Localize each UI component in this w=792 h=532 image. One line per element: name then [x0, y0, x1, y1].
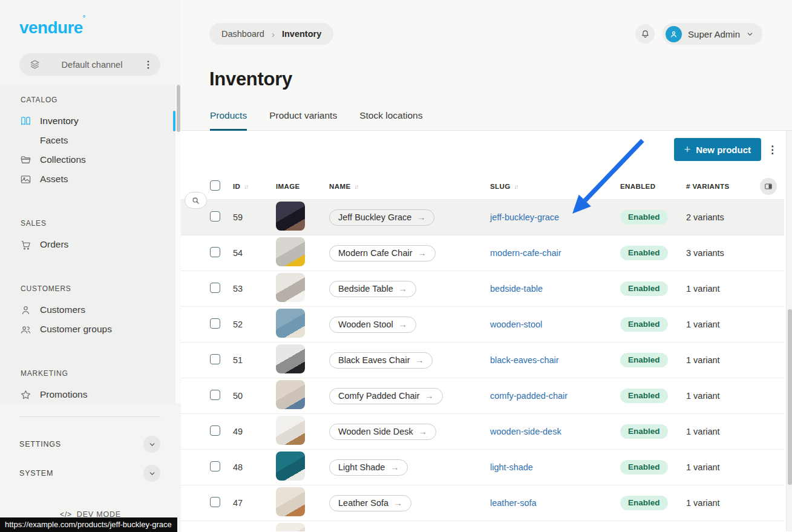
- table-options-kebab-icon[interactable]: ⋮: [767, 143, 777, 156]
- channel-menu-kebab-icon[interactable]: ⋮: [143, 60, 153, 70]
- variant-count: 2 variants: [686, 212, 784, 222]
- sidebar-section-system[interactable]: SYSTEM: [0, 464, 181, 482]
- row-checkbox[interactable]: [210, 283, 220, 293]
- row-checkbox[interactable]: [210, 497, 220, 507]
- sidebar-scrollbar-thumb[interactable]: [177, 85, 180, 132]
- variant-count: 1 variant: [686, 284, 784, 294]
- product-slug-link[interactable]: light-shade: [490, 462, 533, 472]
- product-slug-link[interactable]: bedside-table: [490, 284, 543, 294]
- tag-icon: [20, 135, 31, 146]
- sidebar-item-customer-groups[interactable]: Customer groups: [0, 320, 181, 339]
- sidebar-item-orders[interactable]: Orders: [0, 235, 181, 254]
- sidebar-item-facets[interactable]: Facets: [0, 131, 181, 150]
- row-checkbox[interactable]: [210, 425, 220, 436]
- user-name: Super Admin: [688, 29, 740, 39]
- sidebar-item-label: Assets: [40, 174, 68, 185]
- sidebar-item-customers[interactable]: Customers: [0, 300, 181, 320]
- channel-label: Default channel: [41, 60, 143, 70]
- product-thumbnail: [276, 416, 305, 445]
- main-scrollbar[interactable]: [786, 131, 792, 531]
- notifications-button[interactable]: [635, 24, 655, 44]
- enabled-badge: Enabled: [620, 210, 668, 225]
- product-name-link[interactable]: Wooden Stool→: [329, 317, 416, 333]
- select-all-checkbox[interactable]: [210, 180, 220, 191]
- sidebar-section-settings[interactable]: SETTINGS: [0, 435, 181, 453]
- row-checkbox[interactable]: [210, 318, 220, 329]
- product-thumbnail: [276, 344, 305, 373]
- nav-section-catalog: CATALOG: [0, 96, 181, 104]
- table-header-row: ID↓↑ IMAGE NAME↓↑ SLUG↓↑ ENABLED # VARIA…: [181, 174, 784, 199]
- users-icon: [20, 324, 31, 335]
- tab-product-variants[interactable]: Product variants: [269, 110, 337, 131]
- product-name-link[interactable]: Jeff Buckley Grace→: [329, 209, 434, 226]
- product-id: 52: [233, 320, 276, 329]
- breadcrumb-separator-icon: ›: [272, 29, 275, 39]
- search-toggle[interactable]: [185, 192, 207, 209]
- product-slug-link[interactable]: jeff-buckley-grace: [490, 212, 559, 222]
- product-name-link[interactable]: Leather Sofa→: [329, 495, 411, 511]
- settings-label: SETTINGS: [19, 440, 61, 448]
- enabled-badge: Enabled: [620, 389, 668, 403]
- table-row: 54 Modern Cafe Chair→ modern-cafe-chair …: [181, 235, 784, 271]
- sidebar-nav: CATALOG Inventory Facets Collections: [0, 85, 181, 403]
- product-name: Black Eaves Chair: [338, 355, 410, 365]
- product-name-link[interactable]: Black Eaves Chair→: [329, 352, 433, 369]
- sidebar-scrollbar[interactable]: [175, 85, 181, 403]
- system-expand-button[interactable]: [143, 465, 160, 482]
- product-slug-link[interactable]: black-eaves-chair: [490, 355, 559, 365]
- breadcrumb-dashboard-link[interactable]: Dashboard: [221, 29, 264, 39]
- table-row: 47 Leather Sofa→ leather-sofa Enabled 1 …: [181, 485, 784, 521]
- channel-selector[interactable]: Default channel ⋮: [19, 53, 160, 76]
- product-thumbnail: [276, 523, 305, 531]
- product-slug-link[interactable]: modern-cafe-chair: [490, 248, 561, 258]
- row-checkbox[interactable]: [210, 390, 220, 400]
- product-id: 50: [233, 391, 276, 401]
- new-product-button[interactable]: + New product: [674, 138, 761, 161]
- product-slug-link[interactable]: wooden-side-desk: [490, 427, 561, 436]
- product-name: Jeff Buckley Grace: [338, 212, 411, 222]
- product-thumbnail: [276, 380, 305, 409]
- product-name-link[interactable]: Comfy Padded Chair→: [329, 388, 443, 404]
- vendure-logo: vendure°: [19, 18, 181, 38]
- nav-section-sales: SALES: [0, 219, 181, 228]
- product-name: Modern Cafe Chair: [338, 248, 413, 258]
- row-checkbox[interactable]: [210, 247, 220, 257]
- page-header: Dashboard › Inventory Super Admin Invent…: [181, 0, 792, 131]
- sidebar-item-collections[interactable]: Collections: [0, 150, 181, 169]
- arrow-right-icon: →: [418, 248, 427, 258]
- system-label: SYSTEM: [19, 469, 53, 478]
- nav-section-customers: CUSTOMERS: [0, 284, 181, 293]
- product-name-link[interactable]: Wooden Side Desk→: [329, 424, 436, 440]
- product-name-link[interactable]: Modern Cafe Chair→: [329, 245, 436, 261]
- product-slug-link[interactable]: leather-sofa: [490, 498, 537, 508]
- row-checkbox[interactable]: [210, 354, 220, 364]
- settings-expand-button[interactable]: [143, 436, 160, 453]
- cart-icon: [20, 239, 31, 251]
- tab-products[interactable]: Products: [210, 110, 247, 131]
- product-name-link[interactable]: Light Shade→: [329, 459, 408, 476]
- main-scrollbar-thumb[interactable]: [788, 309, 792, 485]
- sort-icon[interactable]: ↓↑: [354, 183, 358, 190]
- row-checkbox[interactable]: [210, 461, 220, 471]
- sort-icon[interactable]: ↓↑: [244, 183, 247, 190]
- column-settings-button[interactable]: [760, 178, 777, 195]
- user-menu[interactable]: Super Admin: [663, 23, 762, 45]
- chevron-down-icon: [148, 470, 156, 478]
- product-slug-link[interactable]: wooden-stool: [490, 320, 542, 329]
- product-name-link[interactable]: Bedside Table→: [329, 281, 416, 297]
- table-row: 53 Bedside Table→ bedside-table Enabled …: [181, 271, 784, 306]
- arrow-right-icon: →: [394, 498, 402, 508]
- sidebar-item-inventory[interactable]: Inventory: [0, 111, 181, 131]
- product-thumbnail: [276, 309, 305, 338]
- column-enabled: ENABLED: [620, 183, 655, 190]
- sidebar-item-promotions[interactable]: Promotions: [0, 385, 181, 403]
- row-checkbox[interactable]: [210, 211, 220, 222]
- product-id: 47: [233, 498, 276, 508]
- page-title: Inventory: [209, 68, 292, 90]
- sort-icon[interactable]: ↓↑: [514, 183, 518, 190]
- table-row: 51 Black Eaves Chair→ black-eaves-chair …: [181, 342, 784, 378]
- product-thumbnail: [276, 237, 305, 266]
- tab-stock-locations[interactable]: Stock locations: [359, 110, 422, 131]
- product-slug-link[interactable]: comfy-padded-chair: [490, 391, 568, 401]
- sidebar-item-assets[interactable]: Assets: [0, 169, 181, 189]
